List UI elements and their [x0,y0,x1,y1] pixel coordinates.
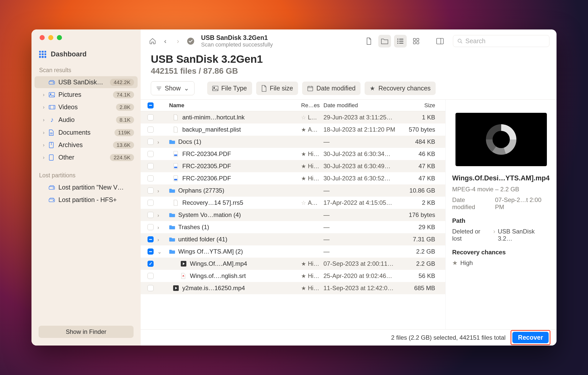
table-row[interactable]: FRC-202305.PDF★ Hi…30-Jul-2023 at 6:30:4… [141,160,445,172]
table-row[interactable]: y2mate.is…16250.mp4★ Hi…11-Sep-2023 at 1… [141,282,445,294]
sidebar-item[interactable]: USB SanDisk…442.2K [35,76,138,88]
table-row[interactable]: ›Orphans (27735)—10.86 GB [141,184,445,197]
col-name[interactable]: Name [168,102,301,109]
view-folder-button[interactable] [378,35,391,48]
table-row[interactable]: anti-minim…hortcut.lnk☆ L…29-Jun-2023 at… [141,111,445,123]
file-size: 46 KB [419,150,435,157]
disclosure-icon[interactable]: › [157,225,159,230]
show-dropdown[interactable]: Show ⌄ [151,81,194,95]
filter-date-modified[interactable]: Date modified [302,82,361,95]
show-in-finder-button[interactable]: Show in Finder [39,326,134,338]
sidebar-lost-partition[interactable]: Lost partition "New V… [35,181,138,193]
table-row[interactable]: ⌄Wings Of…YTS.AM] (2)—2.2 GB [141,245,445,258]
svg-point-1 [53,82,54,83]
sidebar-item[interactable]: ›Videos2.8K [35,101,138,113]
filter-bar: Show ⌄ File Type File size Date modified… [141,81,557,99]
star-icon: ★ [301,151,306,157]
home-button[interactable] [148,36,157,46]
table-row[interactable]: ✓Wings.Of.…AM].mp4★ Hi…07-Sep-2023 at 2:… [141,258,445,270]
table-row[interactable]: Wings.of.…nglish.srt★ Hi…25-Apr-2020 at … [141,270,445,282]
row-checkbox[interactable] [148,273,154,279]
disclosure-icon[interactable]: ⌄ [157,249,162,255]
row-checkbox[interactable] [148,236,154,242]
disclosure-icon[interactable]: › [157,212,159,218]
row-checkbox[interactable] [148,212,154,218]
disclosure-icon[interactable]: › [157,237,159,242]
close-window[interactable] [40,35,45,40]
search-field[interactable]: Search [453,35,549,47]
svg-rect-36 [308,86,313,91]
col-date[interactable]: Date modified [323,102,404,109]
sidebar-item[interactable]: ›Archives13.6K [35,139,138,151]
nav-forward-button[interactable]: › [173,36,183,46]
sidebar-lost-partition[interactable]: Lost partition - HFS+ [35,194,138,206]
sidebar-item[interactable]: ›♪Audio8.1K [35,114,138,126]
minimize-window[interactable] [48,35,53,40]
star-icon: ☆ [301,200,306,206]
date-modified: — [323,224,330,230]
table-row[interactable]: ›Docs (1)—484 KB [141,136,445,148]
date-modified: 07-Sep-2023 at 2:00:11… [323,260,394,267]
file-size: 1 KB [422,114,435,121]
row-checkbox[interactable] [148,127,154,133]
sidebar-item-label: Lost partition "New V… [58,184,134,191]
sidebar-item[interactable]: ›Documents119K [35,127,138,138]
svg-point-17 [397,38,398,39]
row-checkbox[interactable]: ✓ [148,261,154,267]
disclosure-icon[interactable]: › [157,188,159,194]
star-icon: ★ [301,273,306,279]
row-checkbox[interactable] [148,188,154,194]
row-checkbox[interactable] [148,151,154,157]
sidebar-item[interactable]: ›Pictures74.1K [35,89,138,101]
file-size: 2 KB [422,199,435,206]
table-row[interactable]: FRC-202306.PDF★ Hi…30-Jul-2023 at 6:30:5… [141,172,445,184]
file-table: Name Re…es Date modified Size anti-minim… [141,99,445,329]
date-modified: — [323,138,330,145]
sidebar-item-label: Pictures [58,91,110,98]
col-recovery[interactable]: Re…es [301,102,323,109]
sidebar-item[interactable]: ›Other224.5K [35,151,138,163]
arch-icon [49,142,55,148]
table-row[interactable]: ›untitled folder (41)—7.31 GB [141,233,445,245]
file-icon [173,175,180,181]
recovery-chance: Hi… [308,151,319,157]
filter-recovery-chances[interactable]: ★ Recovery chances [365,82,436,95]
view-doc-button[interactable] [363,35,375,48]
sidebar-item-label: Videos [58,103,113,111]
row-checkbox[interactable] [148,139,154,145]
table-row[interactable]: FRC-202304.PDF★ Hi…30-Jul-2023 at 6:30:3… [141,148,445,160]
row-checkbox[interactable] [148,200,154,206]
zoom-window[interactable] [57,35,62,40]
table-row[interactable]: ›System Vo…mation (4)—176 bytes [141,209,445,221]
view-grid-button[interactable] [410,35,422,48]
svg-point-15 [53,200,54,201]
select-all-checkbox[interactable] [148,102,154,108]
table-row[interactable]: backup_manifest.plist★ A…18-Jul-2023 at … [141,123,445,136]
file-size: 47 KB [419,163,435,169]
file-size: 685 MB [414,285,435,291]
row-checkbox[interactable] [148,285,154,291]
view-list-button[interactable] [394,35,407,48]
preview-thumbnail [455,113,547,166]
row-checkbox[interactable] [148,248,154,255]
recovery-chance: Hi… [308,260,319,267]
filter-file-size[interactable]: File size [256,82,298,95]
col-size[interactable]: Size [404,102,442,109]
filter-file-type[interactable]: File Type [207,82,252,95]
table-row[interactable]: Recovery…14 57].rrs5☆ A…17-Apr-2022 at 4… [141,197,445,209]
count-badge: 2.8K [116,104,134,111]
row-checkbox[interactable] [148,175,154,181]
disclosure-icon[interactable]: › [157,139,159,145]
dashboard-link[interactable]: Dashboard [31,47,141,64]
table-row[interactable]: ›Trashes (1)—29 KB [141,221,445,233]
recover-button[interactable]: Recover [512,332,549,343]
nav-back-button[interactable]: ‹ [160,36,170,46]
row-checkbox[interactable] [148,114,154,120]
details-pane: Wings.Of.Desi…YTS.AM].mp4 MPEG-4 movie –… [445,99,557,329]
details-title: Wings.Of.Desi…YTS.AM].mp4 [452,174,550,182]
svg-rect-11 [49,155,53,160]
toggle-preview-button[interactable] [434,35,446,48]
row-checkbox[interactable] [148,224,154,230]
row-checkbox[interactable] [148,163,154,169]
file-icon [169,139,176,144]
